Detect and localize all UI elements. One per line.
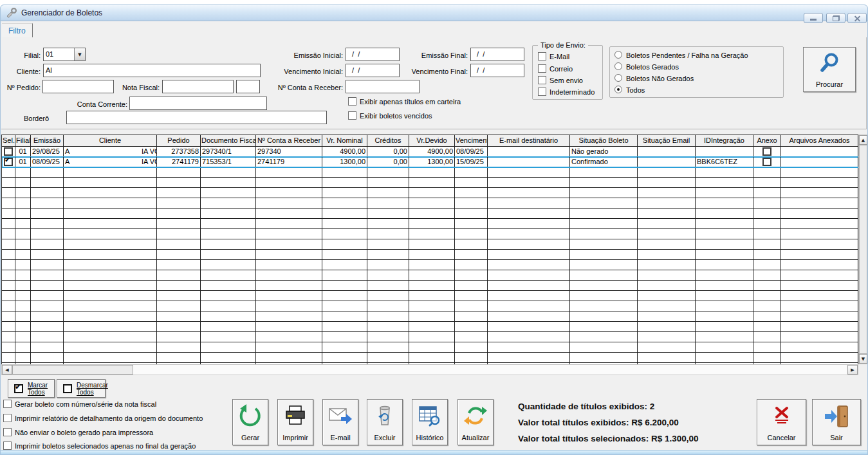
horizontal-scrollbar-thumb[interactable] [12, 365, 133, 375]
column-header-email_destinatario[interactable]: E-mail destinatário [488, 135, 570, 147]
filial-combo-button[interactable]: ▼ [74, 48, 85, 60]
historico-button[interactable]: Histórico [412, 399, 448, 445]
scroll-right-button[interactable]: ▶ [847, 365, 858, 375]
cell-creditos[interactable]: 0,00 [367, 157, 409, 167]
cell-vr_nominal[interactable]: 1300,00 [322, 157, 367, 167]
sel-row-checkbox[interactable] [4, 147, 13, 156]
radio-boletos-nao-gerados[interactable] [614, 74, 622, 82]
bordero-field[interactable] [66, 111, 327, 124]
atualizar-button[interactable]: Atualizar [457, 399, 494, 445]
cell-vencimento[interactable]: 15/09/25 [455, 157, 488, 167]
scroll-up-button[interactable]: ▲ [859, 135, 867, 145]
cell-email_destinatario[interactable] [488, 157, 570, 167]
column-header-anexo[interactable]: Anexo [753, 135, 781, 147]
column-header-vencimento[interactable]: Vencimento [455, 135, 488, 147]
anexo-row-checkbox[interactable] [762, 158, 771, 166]
conta-corrente-field[interactable] [129, 97, 267, 110]
conta-receber-field[interactable] [346, 80, 420, 93]
marcar-todos-button[interactable]: ✔ Marcar Todos [8, 379, 55, 398]
cell-vencimento[interactable]: 08/09/25 [455, 147, 488, 156]
cell-email_destinatario[interactable] [488, 147, 570, 156]
anexo-row-checkbox[interactable] [762, 147, 771, 156]
column-header-situacao_boleto[interactable]: Situação Boleto [570, 135, 638, 147]
column-header-pedido[interactable]: Pedido [157, 135, 201, 147]
cell-filial[interactable]: 01 [15, 157, 31, 167]
sel-row-checkbox[interactable]: ✔ [4, 158, 13, 166]
option-nota-fiscal-checkbox[interactable] [3, 400, 12, 408]
minimize-button[interactable] [804, 13, 823, 23]
vertical-scrollbar[interactable]: ▲ ▼ [858, 135, 868, 364]
option-impressora-checkbox[interactable] [3, 428, 12, 436]
cell-sel[interactable]: ✔ [2, 157, 15, 167]
cell-vr_devido[interactable]: 4900,00 [409, 147, 455, 156]
cell-anexo[interactable] [753, 157, 781, 167]
cell-cliente[interactable]: AIA VC [64, 147, 157, 156]
column-header-vr_devido[interactable]: Vr.Devido [409, 135, 455, 147]
title-bar[interactable]: Gerenciador de Boletos [0, 5, 868, 21]
gerar-button[interactable]: Gerar [232, 399, 268, 445]
scroll-down-button[interactable]: ▼ [859, 354, 867, 364]
nota-fiscal-serie-field[interactable] [236, 80, 260, 93]
imprimir-button[interactable]: Imprimir [277, 399, 313, 445]
column-header-id_integracao[interactable]: IDIntegração [696, 135, 753, 147]
cell-pedido[interactable]: 2741179 [157, 157, 201, 167]
cell-situacao_email[interactable] [638, 157, 696, 167]
desmarcar-todos-button[interactable]: Desmarcar Todos [57, 379, 106, 398]
column-header-filial[interactable]: Filial [15, 135, 31, 147]
cell-conta_receber[interactable]: 2741179 [256, 157, 322, 167]
email-button[interactable]: E-mail [322, 399, 358, 445]
envio-sem-envio-checkbox[interactable] [538, 76, 546, 84]
vertical-scrollbar-thumb[interactable] [859, 145, 867, 354]
cell-arquivos_anexados[interactable] [781, 157, 858, 167]
cliente-field[interactable]: Al [43, 64, 261, 77]
vencimento-inicial-field[interactable]: / / [346, 64, 400, 77]
restore-button[interactable] [826, 13, 845, 23]
column-header-situacao_email[interactable]: Situação Email [638, 135, 696, 147]
column-header-vr_nominal[interactable]: Vr. Nominal [322, 135, 367, 147]
exit-button[interactable]: Sair [812, 399, 861, 445]
cell-situacao_boleto[interactable]: Confirmado [570, 157, 638, 167]
radio-boletos-pendentes[interactable] [614, 51, 622, 59]
table-row[interactable]: 0129/08/25AIA VC2737358297340/1297340490… [2, 147, 858, 157]
emissao-inicial-field[interactable]: / / [346, 48, 400, 61]
option-final-geracao-checkbox[interactable] [3, 441, 12, 450]
cell-documento_fiscal[interactable]: 297340/1 [201, 147, 256, 156]
column-header-cliente[interactable]: Cliente [64, 135, 157, 147]
cell-emissao[interactable]: 29/08/25 [31, 147, 64, 156]
envio-indeterminado-checkbox[interactable] [538, 88, 546, 96]
cell-sel[interactable] [2, 147, 15, 156]
pedido-field[interactable] [42, 80, 114, 93]
cell-situacao_email[interactable] [638, 147, 696, 156]
vencimento-final-field[interactable]: / / [470, 64, 524, 77]
option-relatorio-checkbox[interactable] [3, 414, 12, 422]
column-header-arquivos_anexados[interactable]: Arquivos Anexados [781, 135, 858, 147]
carteira-checkbox[interactable] [348, 97, 356, 106]
close-button[interactable] [847, 13, 867, 23]
column-header-documento_fiscal[interactable]: Documento Fiscal [201, 135, 256, 147]
column-header-emissao[interactable]: Emissão [31, 135, 64, 147]
column-header-sel[interactable]: Sel. [2, 135, 15, 147]
cell-anexo[interactable] [753, 147, 781, 156]
cell-emissao[interactable]: 08/09/25 [31, 157, 64, 167]
column-header-creditos[interactable]: Créditos [367, 135, 409, 147]
scroll-left-button[interactable]: ◀ [2, 365, 12, 375]
horizontal-scrollbar[interactable]: ◀ ▶ [1, 364, 858, 375]
cell-id_integracao[interactable] [696, 147, 753, 156]
cell-filial[interactable]: 01 [15, 147, 31, 156]
cell-vr_devido[interactable]: 1300,00 [409, 157, 455, 167]
cell-documento_fiscal[interactable]: 715353/1 [201, 157, 256, 167]
cell-vr_nominal[interactable]: 4900,00 [322, 147, 367, 156]
column-header-conta_receber[interactable]: Nº Conta a Receber [256, 135, 322, 147]
cell-creditos[interactable]: 0,00 [367, 147, 409, 156]
cell-id_integracao[interactable]: BBK6C6TEZ [696, 157, 753, 167]
nota-fiscal-field[interactable] [162, 80, 234, 93]
cell-cliente[interactable]: AIA VC [64, 157, 157, 167]
envio-correio-checkbox[interactable] [538, 64, 546, 73]
vencidos-checkbox[interactable] [348, 111, 356, 120]
cell-conta_receber[interactable]: 297340 [256, 147, 322, 156]
emissao-final-field[interactable]: / / [470, 48, 524, 61]
excluir-button[interactable]: Excluir [367, 399, 403, 445]
search-button[interactable]: Procurar [803, 47, 856, 92]
table-row[interactable]: ✔0108/09/25AIA VC2741179715353/127411791… [2, 157, 858, 167]
radio-boletos-gerados[interactable] [614, 62, 622, 70]
